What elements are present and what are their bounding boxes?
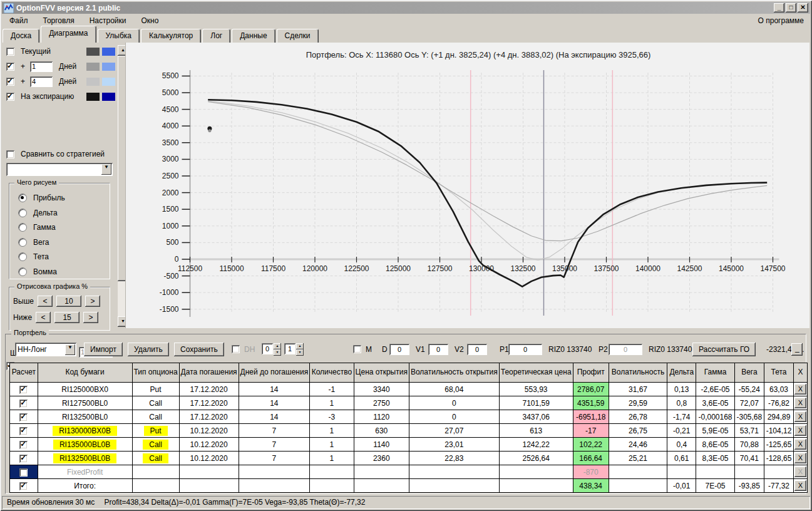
m-checkbox[interactable]: [353, 345, 361, 353]
p1-input[interactable]: 0: [508, 344, 542, 355]
svg-text:1500: 1500: [162, 205, 179, 214]
calc-checkbox[interactable]: ✓: [19, 386, 28, 394]
table-row[interactable]: ✓RI127500BL0Call17.12.2020141275007101,5…: [10, 396, 808, 410]
layer-checkbox[interactable]: ✓: [6, 63, 14, 71]
d-input[interactable]: 0: [389, 344, 409, 355]
radio-Дельта[interactable]: [18, 209, 27, 217]
blue-swatch: [102, 78, 115, 86]
menu-item-Файл[interactable]: Файл: [2, 14, 36, 27]
table-row[interactable]: ✓RI130000BX0BPut10.12.20207163027,07613-…: [10, 424, 808, 438]
tab-strip: ДоскаДиаграммаУлыбкаКалькуляторЛогДанные…: [3, 28, 810, 43]
table-row[interactable]: ✓RI132500BL0Call17.12.202014-3112003437,…: [10, 410, 808, 424]
svg-text:-500: -500: [163, 272, 178, 281]
radio-Тета[interactable]: [18, 252, 27, 261]
remove-row-button[interactable]: X: [794, 453, 806, 463]
chevron-down-icon[interactable]: ▼: [65, 344, 75, 355]
dh-spinner-1[interactable]: 0 ▲▼: [262, 343, 282, 356]
column-header-Количество: Количество: [310, 363, 354, 383]
calc-checkbox[interactable]: ✓: [19, 427, 28, 435]
decrease-button[interactable]: <: [36, 312, 51, 323]
remove-row-button[interactable]: X: [794, 480, 806, 491]
radio-Вомма[interactable]: [18, 267, 27, 276]
tab-Данные[interactable]: Данные: [232, 29, 275, 43]
svg-text:500: 500: [166, 238, 178, 247]
compare-strategy-checkbox[interactable]: [6, 150, 14, 158]
collapse-button[interactable]: _: [791, 343, 803, 356]
tab-Диаграмма[interactable]: Диаграмма: [41, 26, 96, 43]
increase-button[interactable]: >: [83, 312, 98, 323]
minimize-button[interactable]: _: [774, 3, 784, 13]
radio-Прибыль[interactable]: [18, 194, 27, 202]
column-header-Цена открытия: Цена открытия: [354, 363, 409, 383]
chevron-down-icon[interactable]: ▼: [101, 164, 111, 175]
menu-item-about[interactable]: О программе: [752, 14, 810, 27]
table-row[interactable]: ✓RI132500BL0BCall10.12.202071236022,8325…: [10, 452, 808, 465]
cell-gamma: 8,6E-05: [696, 438, 734, 452]
tab-Калькулятор[interactable]: Калькулятор: [141, 29, 201, 43]
cell-days-to-expiry: 14: [239, 410, 310, 424]
radio-Гамма[interactable]: [18, 223, 27, 232]
import-button[interactable]: Импорт: [84, 343, 123, 356]
render-percent-group-label: Отрисовка графика %: [14, 282, 90, 290]
table-row[interactable]: FixedProfit-870X: [10, 465, 808, 479]
spin-up-icon[interactable]: ▲: [274, 343, 281, 349]
menu-item-Настройки[interactable]: Настройки: [82, 14, 134, 27]
cell-open-volatility: 0: [409, 396, 499, 410]
table-row[interactable]: ✓Итого:438,34-0,017E-05-93,85-77,32X: [10, 479, 808, 493]
days-input[interactable]: 4: [30, 76, 53, 87]
maximize-button[interactable]: □: [786, 3, 796, 13]
cell-theta: -77,32: [764, 479, 794, 493]
menu-item-Окно[interactable]: Окно: [134, 14, 167, 27]
strategy-select[interactable]: НН-Лонг ▼: [15, 343, 76, 356]
tab-Доска[interactable]: Доска: [3, 29, 39, 43]
highlight-marker: RI135000BL0B: [53, 440, 116, 450]
layer-checkbox[interactable]: ✓: [6, 93, 14, 101]
layer-checkbox[interactable]: [6, 48, 14, 56]
spin-up-icon[interactable]: ▲: [296, 343, 304, 349]
calc-checkbox[interactable]: ✓: [19, 413, 28, 421]
table-row[interactable]: ✓RI125000BX0Put17.12.202014-1334068,0455…: [10, 383, 808, 396]
calc-checkbox-cell: [10, 465, 38, 479]
calc-checkbox[interactable]: ✓: [19, 400, 28, 408]
dh-label: DH: [244, 344, 255, 355]
delete-button[interactable]: Удалить: [128, 343, 169, 356]
save-button[interactable]: Сохранить: [174, 343, 224, 356]
tab-Лог[interactable]: Лог: [202, 29, 230, 43]
calc-checkbox[interactable]: ✓: [19, 482, 28, 490]
table-row[interactable]: ✓RI135000BL0BCall10.12.202071114023,0112…: [10, 438, 808, 452]
svg-text:142500: 142500: [677, 264, 702, 273]
v1-input[interactable]: 0: [428, 344, 448, 355]
days-label: Дней: [59, 62, 76, 71]
calc-checkbox[interactable]: ✓: [19, 455, 28, 463]
menu-item-Торговля[interactable]: Торговля: [36, 14, 82, 27]
layer-checkbox[interactable]: ✓: [6, 78, 14, 86]
calc-checkbox[interactable]: [19, 468, 28, 477]
decrease-button[interactable]: <: [38, 296, 53, 307]
column-header-Дата погашения: Дата погашения: [179, 363, 239, 383]
remove-cell: X: [794, 438, 808, 452]
tab-Улыбка[interactable]: Улыбка: [98, 29, 140, 43]
spin-down-icon[interactable]: ▼: [274, 349, 281, 356]
calc-go-button[interactable]: Рассчитать ГО: [692, 343, 756, 356]
remove-row-button[interactable]: X: [794, 439, 806, 450]
radio-Вега[interactable]: [18, 238, 27, 247]
days-input[interactable]: 1: [30, 61, 53, 72]
cell-theta: -104,12: [764, 424, 794, 438]
strategy-compare-combobox[interactable]: ▼: [6, 163, 113, 176]
close-button[interactable]: ✕: [798, 3, 808, 13]
dh-checkbox[interactable]: [232, 345, 240, 353]
tab-Сделки[interactable]: Сделки: [277, 29, 319, 43]
render-row-label: Выше: [13, 297, 34, 306]
remove-row-button[interactable]: X: [794, 398, 806, 408]
dh-spinner-2[interactable]: 1 ▲▼: [284, 343, 304, 356]
remove-row-button[interactable]: X: [794, 425, 806, 436]
spin-down-icon[interactable]: ▼: [296, 349, 304, 356]
profit-chart[interactable]: -1500-1000-50005001000150020002500300035…: [126, 43, 809, 328]
remove-row-button[interactable]: X: [794, 411, 806, 422]
cell-quantity: [310, 465, 354, 479]
v2-input[interactable]: 0: [467, 344, 487, 355]
increase-button[interactable]: >: [85, 296, 100, 307]
remove-row-button[interactable]: X: [794, 384, 806, 395]
calc-checkbox[interactable]: ✓: [19, 441, 28, 449]
p2-input[interactable]: 0: [609, 344, 642, 355]
